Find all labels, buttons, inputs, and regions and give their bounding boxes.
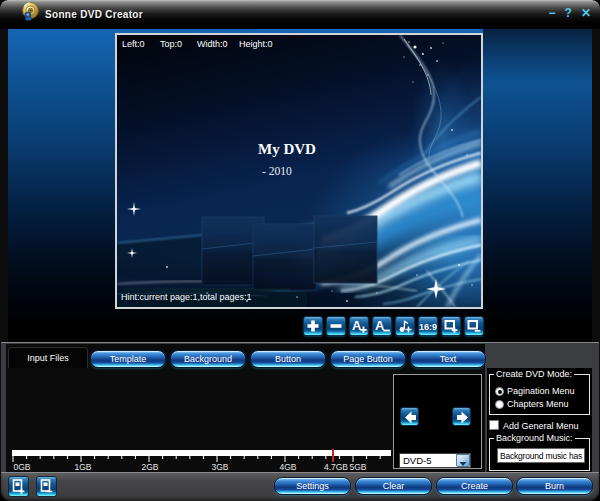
svg-text:16:9: 16:9 — [419, 322, 437, 332]
svg-text:5GB: 5GB — [349, 462, 366, 472]
svg-text:3GB: 3GB — [211, 462, 228, 472]
svg-text:4.7GB: 4.7GB — [324, 462, 348, 472]
svg-text:2GB: 2GB — [141, 462, 158, 472]
svg-text:0GB: 0GB — [13, 462, 30, 472]
svg-text:4GB: 4GB — [279, 462, 296, 472]
svg-text:A: A — [352, 318, 362, 333]
svg-text:1GB: 1GB — [74, 462, 91, 472]
